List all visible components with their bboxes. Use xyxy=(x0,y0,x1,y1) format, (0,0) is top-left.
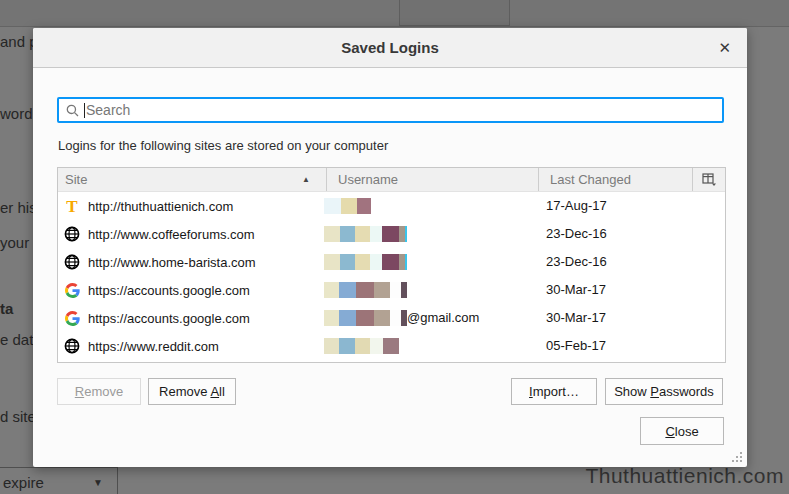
background-expire-dropdown: expire ▼ xyxy=(0,467,118,494)
background-text-fragment: d site xyxy=(0,408,36,425)
last-changed-date: 30-Mar-17 xyxy=(546,304,606,332)
site-url: http://thuthuattienich.com xyxy=(88,199,233,214)
redacted-block xyxy=(339,338,355,354)
table-row[interactable]: http://www.coffeeforums.com 23-Dec-16 xyxy=(58,220,725,248)
column-picker-icon xyxy=(702,173,717,186)
redacted-block xyxy=(357,198,371,214)
site-url: http://www.coffeeforums.com xyxy=(88,227,255,242)
redacted-block xyxy=(401,282,407,298)
google-favicon-icon xyxy=(64,282,80,298)
logins-table: Site ▲ Username Last Changed T http://th… xyxy=(57,167,726,363)
text-caret xyxy=(84,103,85,118)
background-dropdown-label: expire xyxy=(3,474,44,491)
background-button-outline xyxy=(399,0,510,26)
background-text-fragment: word xyxy=(0,105,33,122)
redacted-block xyxy=(340,226,355,242)
redacted-block xyxy=(383,338,399,354)
show-passwords-button[interactable]: Show Passwords xyxy=(605,378,723,405)
redacted-block xyxy=(356,310,374,326)
redacted-block xyxy=(339,310,356,326)
redacted-block xyxy=(370,338,383,354)
redacted-block xyxy=(374,282,390,298)
globe-favicon-icon xyxy=(64,254,80,270)
saved-logins-dialog: Saved Logins ✕ Search Logins for the fol… xyxy=(33,28,747,467)
redacted-tick xyxy=(405,226,407,242)
description-text: Logins for the following sites are store… xyxy=(58,138,388,153)
google-favicon-icon xyxy=(64,310,80,326)
table-row[interactable]: https://accounts.google.com 30-Mar-17 xyxy=(58,276,725,304)
background-text-fragment: er his xyxy=(0,199,37,216)
column-header-username[interactable]: Username xyxy=(326,168,538,191)
redacted-block xyxy=(382,226,399,242)
background-text-fragment: e dat xyxy=(0,331,33,348)
remove-all-button[interactable]: Remove All xyxy=(148,378,236,405)
search-placeholder: Search xyxy=(86,102,130,118)
column-picker-button[interactable] xyxy=(692,168,725,191)
redacted-tick xyxy=(405,254,407,270)
redacted-block xyxy=(340,254,355,270)
background-browser-toolbar xyxy=(0,0,789,27)
last-changed-date: 23-Dec-16 xyxy=(546,248,607,276)
redacted-block xyxy=(390,310,401,326)
globe-favicon-icon xyxy=(64,226,80,242)
redacted-username xyxy=(324,338,399,354)
table-row[interactable]: https://accounts.google.com @gmail.com 3… xyxy=(58,304,725,332)
last-changed-date: 30-Mar-17 xyxy=(546,276,606,304)
sort-ascending-icon: ▲ xyxy=(302,175,310,184)
close-button[interactable]: Close xyxy=(640,417,724,445)
redacted-username xyxy=(324,310,407,326)
table-body: T http://thuthuattienich.com 17-Aug-17 h… xyxy=(58,192,725,360)
redacted-block xyxy=(374,310,390,326)
search-input[interactable]: Search xyxy=(57,97,724,123)
redacted-block xyxy=(339,282,356,298)
redacted-block xyxy=(382,254,399,270)
redacted-block xyxy=(324,338,339,354)
search-icon xyxy=(66,104,79,117)
table-row[interactable]: T http://thuthuattienich.com 17-Aug-17 xyxy=(58,192,725,220)
redacted-block xyxy=(390,282,401,298)
redacted-block xyxy=(324,226,340,242)
redacted-username xyxy=(324,254,407,270)
site-url: http://www.home-barista.com xyxy=(88,255,256,270)
redacted-block xyxy=(341,198,357,214)
redacted-username xyxy=(324,198,371,214)
last-changed-date: 05-Feb-17 xyxy=(546,332,606,360)
redacted-block xyxy=(324,254,340,270)
dialog-header: Saved Logins ✕ xyxy=(33,28,747,68)
chevron-down-icon: ▼ xyxy=(93,477,103,488)
import-button[interactable]: Import… xyxy=(511,378,597,405)
globe-favicon-icon xyxy=(64,338,80,354)
redacted-block xyxy=(355,338,370,354)
thuthuattienich-favicon-icon: T xyxy=(64,198,80,214)
resize-grip[interactable] xyxy=(740,460,742,462)
watermark-text: Thuthuattienich.com xyxy=(585,464,784,488)
redacted-block xyxy=(324,198,341,214)
last-changed-date: 23-Dec-16 xyxy=(546,220,607,248)
column-header-last-changed[interactable]: Last Changed xyxy=(538,168,692,191)
table-header: Site ▲ Username Last Changed xyxy=(58,168,725,192)
redacted-block xyxy=(355,254,370,270)
username-suffix: @gmail.com xyxy=(407,304,479,332)
redacted-block xyxy=(324,310,339,326)
close-icon[interactable]: ✕ xyxy=(714,28,735,68)
table-row[interactable]: https://www.reddit.com 05-Feb-17 xyxy=(58,332,725,360)
table-row[interactable]: http://www.home-barista.com 23-Dec-16 xyxy=(58,248,725,276)
redacted-username xyxy=(324,226,407,242)
site-url: https://accounts.google.com xyxy=(88,283,250,298)
background-text-fragment: and p xyxy=(0,33,38,50)
redacted-username xyxy=(324,282,407,298)
redacted-block xyxy=(356,282,374,298)
redacted-block xyxy=(324,282,339,298)
last-changed-date: 17-Aug-17 xyxy=(546,192,607,220)
background-text-fragment: ta xyxy=(0,300,13,317)
site-url: https://www.reddit.com xyxy=(88,339,219,354)
site-url: https://accounts.google.com xyxy=(88,311,250,326)
redacted-block xyxy=(370,254,382,270)
column-header-site[interactable]: Site ▲ xyxy=(58,168,326,191)
remove-button[interactable]: Remove xyxy=(57,378,141,405)
redacted-block xyxy=(355,226,370,242)
dialog-title: Saved Logins xyxy=(33,28,747,68)
redacted-block xyxy=(370,226,382,242)
